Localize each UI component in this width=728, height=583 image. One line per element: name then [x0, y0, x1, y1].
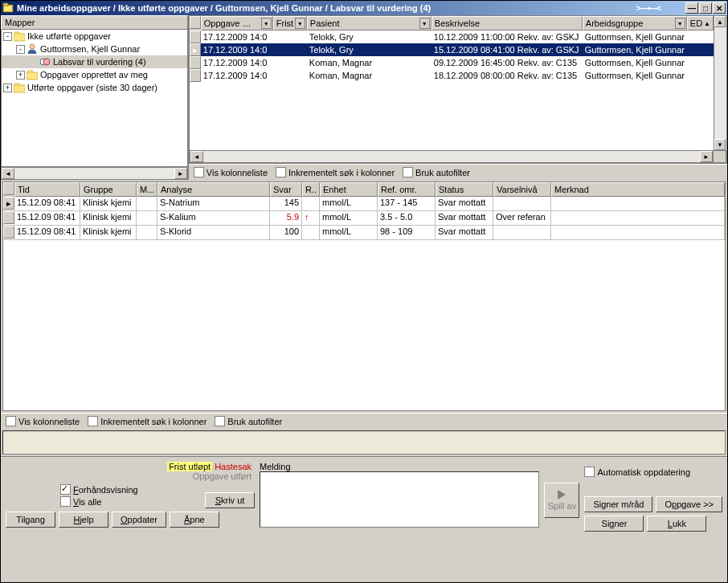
lab-grid-body[interactable]: ▸15.12.09 08:41Klinisk kjemiS-Natrium145…: [3, 197, 725, 240]
play-icon: [558, 490, 566, 499]
col-enhet[interactable]: Enhet: [320, 182, 378, 197]
svg-rect-7: [14, 85, 25, 92]
scroll-down-icon[interactable]: ▼: [714, 139, 726, 150]
chk-bruk-autofilter-2[interactable]: Bruk autofilter: [215, 416, 282, 426]
dropdown-icon[interactable]: ▼: [295, 18, 305, 29]
col-ed[interactable]: ED▲: [687, 16, 714, 31]
task-grid: Oppgave …▼ Frist▼ Pasient▼ Beskrivelse A…: [189, 15, 727, 164]
scroll-right-icon[interactable]: ►: [700, 151, 713, 162]
col-beskrivelse[interactable]: Beskrivelse: [431, 16, 583, 31]
lab-row[interactable]: 15.12.09 08:41Klinisk kjemiS-Klorid100mm…: [3, 226, 725, 240]
mapper-header: Mapper: [1, 15, 188, 30]
lab-icon: [39, 56, 51, 67]
col-merknad[interactable]: Merknad: [551, 182, 725, 197]
chk-vis-alle[interactable]: Vis alleVis alle: [60, 496, 101, 507]
dropdown-icon[interactable]: ▼: [675, 18, 685, 29]
chk-forhandsvisning[interactable]: FForhåndsvisningorhåndsvisning: [60, 484, 138, 495]
svg-rect-6: [27, 72, 38, 80]
task-hscroll[interactable]: ◄ ►: [190, 150, 726, 163]
maximize-button[interactable]: □: [699, 2, 712, 14]
melding-box: Melding: [260, 462, 539, 532]
task-list-pane: Oppgave …▼ Frist▼ Pasient▼ Beskrivelse A…: [189, 15, 727, 180]
dropdown-icon[interactable]: ▼: [261, 18, 272, 29]
col-frist[interactable]: Frist▼: [273, 16, 307, 31]
svg-rect-2: [14, 34, 25, 41]
col-gruppe[interactable]: Gruppe: [80, 182, 137, 197]
melding-label: Melding: [260, 462, 539, 471]
minimize-button[interactable]: —: [685, 2, 698, 14]
row-marker: [190, 56, 201, 69]
tree-item[interactable]: Labsvar til vurdering (4): [2, 55, 187, 68]
col-svar[interactable]: Svar: [270, 182, 302, 197]
tree-item[interactable]: -Guttormsen, Kjell Gunnar: [2, 43, 187, 55]
col-pasient[interactable]: Pasient▼: [307, 16, 431, 31]
chk-inkrementelt-2[interactable]: Inkrementelt søk i kolonner: [88, 416, 207, 426]
titlebar: Mine arbeidsoppgaver / Ikke utførte oppg…: [1, 1, 727, 15]
task-grid-header: Oppgave …▼ Frist▼ Pasient▼ Beskrivelse A…: [190, 16, 714, 31]
scroll-left-icon[interactable]: ◄: [190, 151, 203, 162]
row-marker: ▸: [190, 43, 201, 56]
tree-item-label: Utførte oppgaver (siste 30 dager): [27, 83, 157, 92]
tree-toggle-icon[interactable]: +: [3, 84, 12, 92]
chk-bruk-autofilter[interactable]: Bruk autofilter: [403, 167, 470, 177]
row-marker: [190, 31, 201, 43]
lukk-button[interactable]: LukkLukk: [647, 516, 706, 532]
close-button[interactable]: ✕: [713, 2, 726, 14]
right-button-panel: Automatisk oppdatering Signer m/råd Oppg…: [584, 462, 722, 532]
legend-haste: Hastesak: [215, 462, 252, 471]
signer-mrad-button[interactable]: Signer m/råd: [584, 496, 652, 512]
tree-toggle-icon[interactable]: -: [3, 32, 12, 41]
oppgave-button[interactable]: Oppgave >>Oppgave >>: [656, 496, 722, 512]
tree-toggle-icon[interactable]: +: [16, 71, 25, 80]
task-row[interactable]: ▸17.12.2009 14:0Telokk, Gry15.12.2009 08…: [190, 43, 714, 56]
svg-rect-1: [3, 3, 8, 6]
row-marker: ▸: [3, 197, 14, 210]
chk-vis-kolonneliste[interactable]: Vis kolonneliste: [194, 167, 268, 177]
col-tid[interactable]: Tid: [14, 182, 80, 197]
col-r[interactable]: R..: [302, 182, 320, 197]
scroll-left-icon[interactable]: ◄: [2, 168, 14, 179]
svg-point-3: [30, 44, 35, 49]
pushpin-icon[interactable]: >—•—<: [636, 4, 661, 13]
scroll-up-icon[interactable]: ▲: [714, 16, 726, 27]
col-varsel[interactable]: Varselnivå: [493, 182, 551, 197]
tree-item[interactable]: -Ikke utførte oppgaver: [2, 30, 187, 43]
apne-button[interactable]: ÅpneÅpne: [170, 512, 219, 528]
lab-row[interactable]: ▸15.12.09 08:41Klinisk kjemiS-Natrium145…: [3, 197, 725, 211]
chk-inkrementelt[interactable]: Inkrementelt søk i kolonner: [276, 167, 395, 177]
task-vscroll[interactable]: ▲ ▼: [714, 16, 726, 150]
lab-grid-header: Tid Gruppe M... Analyse Svar R.. Enhet R…: [3, 182, 725, 197]
col-arbeidsgruppe[interactable]: Arbeidsgruppe▼: [583, 16, 687, 31]
tree-item[interactable]: +Utførte oppgaver (siste 30 dager): [2, 81, 187, 94]
col-ref[interactable]: Ref. omr.: [378, 182, 436, 197]
lab-row[interactable]: 15.12.09 08:41Klinisk kjemiS-Kalium5.9↑m…: [3, 211, 725, 226]
tilgang-button[interactable]: Tilgang: [6, 512, 55, 528]
spill-av-button[interactable]: Spill av: [544, 483, 579, 518]
task-row[interactable]: 17.12.2009 14:0Koman, Magnar18.12.2009 0…: [190, 69, 714, 82]
task-row[interactable]: 17.12.2009 14:0Telokk, Gry10.12.2009 11:…: [190, 31, 714, 43]
tree-toggle-icon[interactable]: -: [16, 45, 25, 54]
chk-automatisk[interactable]: Automatisk oppdatering: [584, 467, 690, 477]
svg-point-5: [43, 59, 50, 65]
spill-av-wrap: Spill av: [544, 462, 579, 532]
skriv-ut-button[interactable]: Skriv utSkriv ut: [205, 492, 255, 508]
scroll-right-icon[interactable]: ►: [174, 168, 187, 179]
melding-textarea[interactable]: [260, 471, 539, 528]
row-marker: [190, 69, 201, 82]
person-icon: [27, 43, 38, 55]
col-status[interactable]: Status: [436, 182, 493, 197]
signer-button[interactable]: SignerSigner: [584, 516, 644, 532]
task-row[interactable]: 17.12.2009 14:0Koman, Magnar09.12.2009 1…: [190, 56, 714, 69]
task-grid-body[interactable]: 17.12.2009 14:0Telokk, Gry10.12.2009 11:…: [190, 31, 714, 150]
col-oppgave[interactable]: Oppgave …▼: [201, 16, 273, 31]
tree-item[interactable]: +Oppgaver opprettet av meg: [2, 68, 187, 81]
tree-hscroll[interactable]: ◄ ►: [1, 167, 188, 180]
col-analyse[interactable]: Analyse: [157, 182, 270, 197]
oppdater-button[interactable]: OppdaterOppdater: [112, 512, 166, 528]
hjelp-button[interactable]: HjelpHjelp: [59, 512, 108, 528]
memo-area[interactable]: [2, 430, 726, 455]
dropdown-icon[interactable]: ▼: [419, 18, 430, 29]
folder-tree[interactable]: -Ikke utførte oppgaver-Guttormsen, Kjell…: [1, 30, 188, 167]
chk-vis-kolonneliste-2[interactable]: Vis kolonneliste: [6, 416, 80, 426]
col-m[interactable]: M...: [137, 182, 157, 197]
